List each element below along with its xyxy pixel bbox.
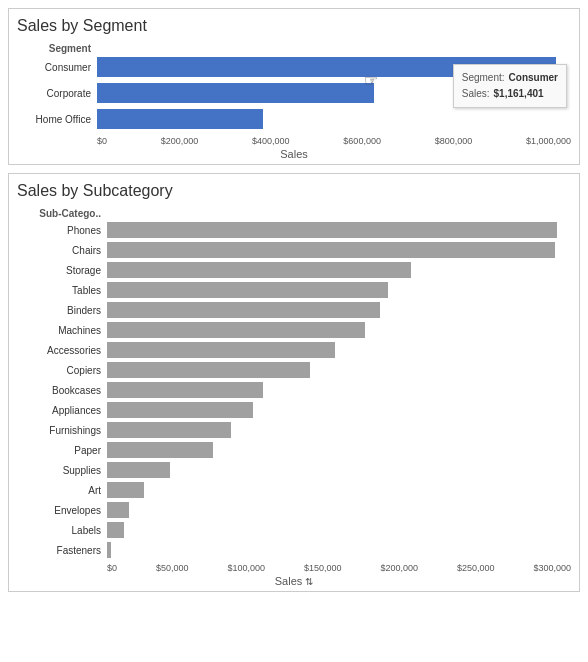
subcat-bar-row: Phones	[17, 221, 571, 239]
subcat-bar[interactable]	[107, 422, 231, 438]
subcat-x-tick: $250,000	[457, 563, 495, 573]
subcat-x-tick: $0	[107, 563, 117, 573]
subcat-bar-row: Appliances	[17, 401, 571, 419]
tooltip-segment-row: Segment: Consumer	[462, 70, 558, 86]
subcat-bar[interactable]	[107, 402, 253, 418]
subcat-bar-container	[107, 342, 571, 358]
tooltip-segment-value: Consumer	[509, 70, 558, 86]
segment-x-tick: $200,000	[161, 136, 199, 146]
subcat-bar[interactable]	[107, 442, 213, 458]
subcat-x-tick: $100,000	[227, 563, 265, 573]
subcat-bar-row: Fasteners	[17, 541, 571, 559]
segment-bar-label: Corporate	[17, 88, 97, 99]
subcat-bar-row: Machines	[17, 321, 571, 339]
subcat-bar-label: Phones	[17, 225, 107, 236]
subcat-x-tick: $300,000	[533, 563, 571, 573]
tooltip-sales-value: $1,161,401	[494, 86, 544, 102]
subcat-bar[interactable]	[107, 222, 557, 238]
subcat-bar-container	[107, 242, 571, 258]
segment-x-tick: $600,000	[343, 136, 381, 146]
subcat-bar-label: Furnishings	[17, 425, 107, 436]
segment-bar-label: Consumer	[17, 62, 97, 73]
subcat-bar-container	[107, 482, 571, 498]
subcat-bar-row: Storage	[17, 261, 571, 279]
subcat-bar-label: Bookcases	[17, 385, 107, 396]
tooltip-sales-key: Sales:	[462, 86, 490, 102]
subcat-bar-label: Supplies	[17, 465, 107, 476]
subcat-bar-row: Chairs	[17, 241, 571, 259]
subcat-bar-row: Labels	[17, 521, 571, 539]
subcat-bar-label: Storage	[17, 265, 107, 276]
subcat-bar-container	[107, 362, 571, 378]
subcategory-chart: Sub-Catego.. Phones Chairs Storage Table…	[17, 208, 571, 587]
subcat-bar-container	[107, 302, 571, 318]
subcat-bar-label: Chairs	[17, 245, 107, 256]
subcat-x-tick: $50,000	[156, 563, 189, 573]
subcat-bar-row: Art	[17, 481, 571, 499]
subcat-bar-container	[107, 522, 571, 538]
subcat-bar-label: Accessories	[17, 345, 107, 356]
subcat-bars-container: Phones Chairs Storage Tables Binders Mac…	[17, 221, 571, 561]
subcat-bar-row: Copiers	[17, 361, 571, 379]
subcat-bar-label: Appliances	[17, 405, 107, 416]
subcat-x-tick: $150,000	[304, 563, 342, 573]
subcat-bar-container	[107, 262, 571, 278]
segment-header: Segment	[17, 43, 571, 54]
subcat-bar[interactable]	[107, 242, 555, 258]
subcat-header: Sub-Catego..	[17, 208, 571, 219]
segment-bar-row: Home Office	[17, 108, 571, 130]
subcat-bar-row: Bookcases	[17, 381, 571, 399]
subcat-bar[interactable]	[107, 482, 144, 498]
subcat-bar-container	[107, 282, 571, 298]
segment-y-axis-label: Segment	[17, 43, 97, 54]
subcat-bar-row: Tables	[17, 281, 571, 299]
subcat-bar[interactable]	[107, 262, 411, 278]
subcat-bar[interactable]	[107, 342, 335, 358]
subcat-bar-label: Labels	[17, 525, 107, 536]
segment-x-tick: $1,000,000	[526, 136, 571, 146]
subcat-bar[interactable]	[107, 462, 170, 478]
segment-x-tick: $0	[97, 136, 107, 146]
tooltip-segment-key: Segment:	[462, 70, 505, 86]
subcat-x-axis-title: Sales ⇅	[17, 575, 571, 587]
segment-tooltip: Segment: Consumer Sales: $1,161,401	[453, 64, 567, 108]
segment-bar-area-header	[97, 43, 571, 54]
subcat-bar-label: Fasteners	[17, 545, 107, 556]
subcat-bar-label: Art	[17, 485, 107, 496]
subcat-bar-row: Supplies	[17, 461, 571, 479]
subcat-bar-container	[107, 402, 571, 418]
sales-by-subcategory-section: Sales by Subcategory Sub-Catego.. Phones…	[8, 173, 580, 592]
sales-by-segment-section: Sales by Segment Segment Consumer Corpor…	[8, 8, 580, 165]
subcat-bar[interactable]	[107, 362, 310, 378]
subcat-bar[interactable]	[107, 522, 124, 538]
subcat-bar[interactable]	[107, 302, 380, 318]
subcat-x-tick: $200,000	[380, 563, 418, 573]
subcat-x-axis-labels: $0$50,000$100,000$150,000$200,000$250,00…	[107, 563, 571, 573]
segment-bar[interactable]	[97, 83, 374, 103]
subcat-bar-label: Envelopes	[17, 505, 107, 516]
subcat-bar-container	[107, 322, 571, 338]
segment-x-axis-title: Sales	[17, 148, 571, 160]
subcat-x-title-text: Sales	[275, 575, 303, 587]
subcat-bar[interactable]	[107, 322, 365, 338]
subcat-bar[interactable]	[107, 382, 263, 398]
segment-bar-label: Home Office	[17, 114, 97, 125]
sort-icon[interactable]: ⇅	[305, 576, 313, 587]
subcat-bar-container	[107, 422, 571, 438]
segment-bar[interactable]	[97, 109, 263, 129]
subcat-bar-label: Tables	[17, 285, 107, 296]
segment-x-tick: $800,000	[435, 136, 473, 146]
subcat-bar[interactable]	[107, 502, 129, 518]
subcat-bar[interactable]	[107, 542, 111, 558]
subcat-bar-container	[107, 442, 571, 458]
segment-chart-title: Sales by Segment	[17, 17, 571, 35]
segment-x-tick: $400,000	[252, 136, 290, 146]
subcat-bar[interactable]	[107, 282, 388, 298]
subcat-bar-label: Machines	[17, 325, 107, 336]
subcat-bar-row: Envelopes	[17, 501, 571, 519]
segment-bar-container	[97, 109, 571, 129]
subcat-bar-container	[107, 382, 571, 398]
subcat-bar-row: Paper	[17, 441, 571, 459]
segment-x-axis: $0$200,000$400,000$600,000$800,000$1,000…	[97, 136, 571, 146]
subcat-bar-container	[107, 462, 571, 478]
